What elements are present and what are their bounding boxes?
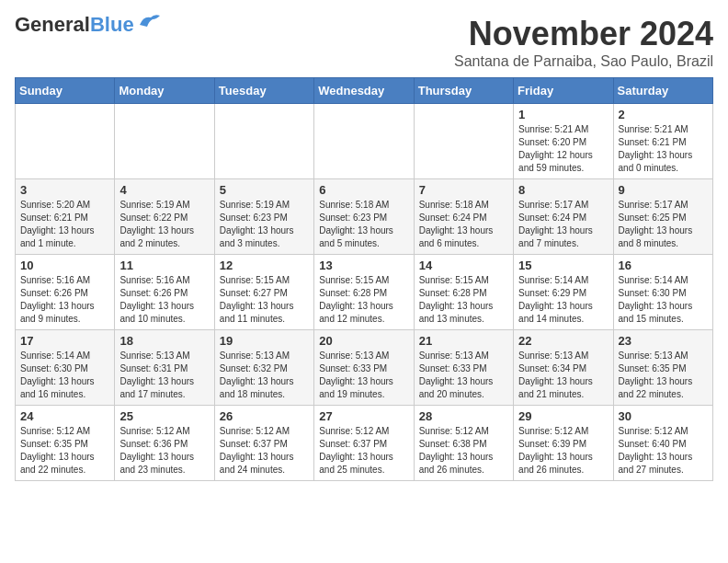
calendar-cell: 5Sunrise: 5:19 AM Sunset: 6:23 PM Daylig… [214, 179, 313, 255]
day-info: Sunrise: 5:20 AM Sunset: 6:21 PM Dayligh… [20, 199, 109, 250]
page-header: GeneralBlue November 2024 Santana de Par… [15, 15, 713, 70]
calendar-cell: 18Sunrise: 5:13 AM Sunset: 6:31 PM Dayli… [115, 330, 214, 406]
day-number: 16 [619, 259, 708, 272]
day-number: 2 [619, 108, 708, 121]
calendar-cell: 9Sunrise: 5:17 AM Sunset: 6:25 PM Daylig… [613, 179, 712, 255]
weekday-header-sunday: Sunday [16, 78, 115, 104]
day-number: 17 [20, 334, 109, 348]
calendar-table: SundayMondayTuesdayWednesdayThursdayFrid… [15, 77, 713, 481]
weekday-header-saturday: Saturday [613, 78, 712, 104]
calendar-cell: 1Sunrise: 5:21 AM Sunset: 6:20 PM Daylig… [514, 104, 613, 179]
day-info: Sunrise: 5:21 AM Sunset: 6:20 PM Dayligh… [518, 123, 608, 175]
day-number: 9 [619, 183, 708, 197]
calendar-cell: 24Sunrise: 5:12 AM Sunset: 6:35 PM Dayli… [16, 406, 115, 481]
day-info: Sunrise: 5:12 AM Sunset: 6:37 PM Dayligh… [319, 425, 408, 477]
calendar-cell [214, 104, 313, 179]
day-info: Sunrise: 5:15 AM Sunset: 6:28 PM Dayligh… [319, 274, 408, 326]
day-info: Sunrise: 5:19 AM Sunset: 6:22 PM Dayligh… [119, 199, 209, 250]
calendar-cell: 4Sunrise: 5:19 AM Sunset: 6:22 PM Daylig… [115, 179, 214, 255]
weekday-header-row: SundayMondayTuesdayWednesdayThursdayFrid… [16, 78, 713, 104]
calendar-cell: 26Sunrise: 5:12 AM Sunset: 6:37 PM Dayli… [214, 406, 313, 481]
day-info: Sunrise: 5:16 AM Sunset: 6:26 PM Dayligh… [20, 274, 109, 326]
calendar-cell [314, 104, 414, 179]
day-number: 11 [119, 259, 209, 272]
day-info: Sunrise: 5:14 AM Sunset: 6:29 PM Dayligh… [518, 274, 608, 326]
weekday-header-thursday: Thursday [414, 78, 513, 104]
day-info: Sunrise: 5:13 AM Sunset: 6:32 PM Dayligh… [220, 350, 309, 401]
day-info: Sunrise: 5:16 AM Sunset: 6:26 PM Dayligh… [119, 274, 209, 326]
location-title: Santana de Parnaiba, Sao Paulo, Brazil [454, 53, 713, 70]
calendar-cell: 13Sunrise: 5:15 AM Sunset: 6:28 PM Dayli… [314, 255, 414, 330]
day-number: 22 [518, 334, 608, 348]
calendar-cell: 23Sunrise: 5:13 AM Sunset: 6:35 PM Dayli… [613, 330, 712, 406]
day-number: 21 [419, 334, 508, 348]
day-number: 29 [518, 409, 608, 423]
day-number: 13 [319, 259, 408, 272]
day-info: Sunrise: 5:12 AM Sunset: 6:38 PM Dayligh… [419, 425, 508, 477]
day-number: 19 [220, 334, 309, 348]
day-number: 26 [220, 409, 309, 423]
day-number: 28 [419, 409, 508, 423]
calendar-cell: 15Sunrise: 5:14 AM Sunset: 6:29 PM Dayli… [514, 255, 613, 330]
day-info: Sunrise: 5:18 AM Sunset: 6:23 PM Dayligh… [319, 199, 408, 250]
day-number: 12 [220, 259, 309, 272]
day-info: Sunrise: 5:13 AM Sunset: 6:31 PM Dayligh… [119, 350, 209, 401]
calendar-week-2: 3Sunrise: 5:20 AM Sunset: 6:21 PM Daylig… [16, 179, 713, 255]
day-number: 18 [119, 334, 209, 348]
day-number: 4 [119, 183, 209, 197]
calendar-cell: 28Sunrise: 5:12 AM Sunset: 6:38 PM Dayli… [414, 406, 513, 481]
day-info: Sunrise: 5:15 AM Sunset: 6:27 PM Dayligh… [220, 274, 309, 326]
calendar-cell: 11Sunrise: 5:16 AM Sunset: 6:26 PM Dayli… [115, 255, 214, 330]
day-number: 3 [20, 183, 109, 197]
day-info: Sunrise: 5:17 AM Sunset: 6:24 PM Dayligh… [518, 199, 608, 250]
day-number: 20 [319, 334, 408, 348]
day-number: 7 [419, 183, 508, 197]
day-info: Sunrise: 5:17 AM Sunset: 6:25 PM Dayligh… [619, 199, 708, 250]
calendar-cell: 6Sunrise: 5:18 AM Sunset: 6:23 PM Daylig… [314, 179, 414, 255]
weekday-header-wednesday: Wednesday [314, 78, 414, 104]
calendar-cell: 25Sunrise: 5:12 AM Sunset: 6:36 PM Dayli… [115, 406, 214, 481]
day-info: Sunrise: 5:14 AM Sunset: 6:30 PM Dayligh… [20, 350, 109, 401]
day-number: 14 [419, 259, 508, 272]
month-title: November 2024 [454, 15, 713, 53]
calendar-cell: 8Sunrise: 5:17 AM Sunset: 6:24 PM Daylig… [514, 179, 613, 255]
calendar-week-4: 17Sunrise: 5:14 AM Sunset: 6:30 PM Dayli… [16, 330, 713, 406]
day-info: Sunrise: 5:15 AM Sunset: 6:28 PM Dayligh… [419, 274, 508, 326]
day-info: Sunrise: 5:13 AM Sunset: 6:35 PM Dayligh… [619, 350, 708, 401]
day-info: Sunrise: 5:13 AM Sunset: 6:33 PM Dayligh… [319, 350, 408, 401]
day-number: 8 [518, 183, 608, 197]
calendar-cell: 17Sunrise: 5:14 AM Sunset: 6:30 PM Dayli… [16, 330, 115, 406]
calendar-week-5: 24Sunrise: 5:12 AM Sunset: 6:35 PM Dayli… [16, 406, 713, 481]
day-number: 24 [20, 409, 109, 423]
calendar-cell [16, 104, 115, 179]
day-info: Sunrise: 5:19 AM Sunset: 6:23 PM Dayligh… [220, 199, 309, 250]
day-info: Sunrise: 5:21 AM Sunset: 6:21 PM Dayligh… [619, 123, 708, 175]
day-info: Sunrise: 5:13 AM Sunset: 6:33 PM Dayligh… [419, 350, 508, 401]
calendar-cell: 21Sunrise: 5:13 AM Sunset: 6:33 PM Dayli… [414, 330, 513, 406]
title-area: November 2024 Santana de Parnaiba, Sao P… [454, 15, 713, 70]
calendar-cell: 19Sunrise: 5:13 AM Sunset: 6:32 PM Dayli… [214, 330, 313, 406]
day-number: 25 [119, 409, 209, 423]
day-number: 27 [319, 409, 408, 423]
logo-bird-icon [136, 12, 162, 30]
day-number: 6 [319, 183, 408, 197]
calendar-cell: 27Sunrise: 5:12 AM Sunset: 6:37 PM Dayli… [314, 406, 414, 481]
day-info: Sunrise: 5:18 AM Sunset: 6:24 PM Dayligh… [419, 199, 508, 250]
day-number: 15 [518, 259, 608, 272]
calendar-cell: 3Sunrise: 5:20 AM Sunset: 6:21 PM Daylig… [16, 179, 115, 255]
calendar-cell: 2Sunrise: 5:21 AM Sunset: 6:21 PM Daylig… [613, 104, 712, 179]
day-info: Sunrise: 5:12 AM Sunset: 6:36 PM Dayligh… [119, 425, 209, 477]
day-number: 5 [220, 183, 309, 197]
calendar-cell [414, 104, 513, 179]
calendar-week-3: 10Sunrise: 5:16 AM Sunset: 6:26 PM Dayli… [16, 255, 713, 330]
day-info: Sunrise: 5:13 AM Sunset: 6:34 PM Dayligh… [518, 350, 608, 401]
calendar-cell: 14Sunrise: 5:15 AM Sunset: 6:28 PM Dayli… [414, 255, 513, 330]
day-number: 23 [619, 334, 708, 348]
calendar-week-1: 1Sunrise: 5:21 AM Sunset: 6:20 PM Daylig… [16, 104, 713, 179]
calendar-cell [115, 104, 214, 179]
day-info: Sunrise: 5:12 AM Sunset: 6:39 PM Dayligh… [518, 425, 608, 477]
day-number: 10 [20, 259, 109, 272]
day-info: Sunrise: 5:12 AM Sunset: 6:35 PM Dayligh… [20, 425, 109, 477]
day-number: 1 [518, 108, 608, 121]
calendar-cell: 22Sunrise: 5:13 AM Sunset: 6:34 PM Dayli… [514, 330, 613, 406]
